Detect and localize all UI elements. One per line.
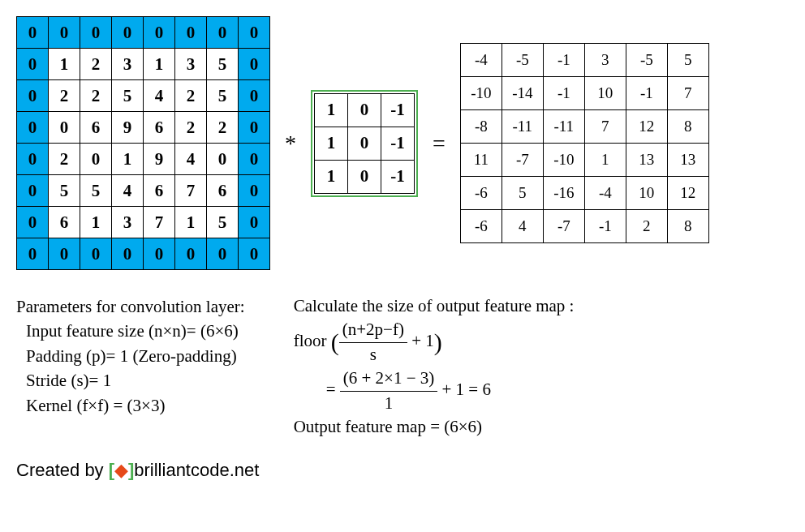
bracket-open: [	[109, 460, 114, 480]
attribution: Created by [◆]brilliantcode.net	[16, 460, 789, 481]
output-cell: -10	[460, 77, 502, 110]
input-matrix: 0000000001231350022542500069622002019400…	[16, 16, 270, 270]
input-cell: 0	[17, 144, 49, 175]
input-cell: 0	[49, 238, 80, 270]
input-cell: 7	[144, 207, 175, 238]
input-cell: 0	[239, 80, 270, 112]
input-cell: 0	[17, 17, 49, 49]
input-cell: 6	[49, 207, 80, 238]
output-cell: 10	[584, 77, 626, 110]
output-cell: -1	[584, 210, 626, 243]
output-size: Output feature map = (6×6)	[294, 415, 575, 439]
input-cell: 1	[144, 49, 175, 80]
equals-operator: =	[426, 131, 452, 157]
input-cell: 2	[80, 49, 112, 80]
input-cell: 0	[80, 17, 112, 49]
input-cell: 2	[80, 80, 112, 112]
input-cell: 0	[239, 112, 270, 144]
input-cell: 6	[144, 175, 175, 207]
value-den: 1	[340, 392, 438, 415]
input-cell: 3	[112, 207, 144, 238]
input-cell: 4	[175, 144, 207, 175]
kernel-matrix: 10-110-110-1	[314, 93, 415, 194]
input-cell: 0	[207, 17, 239, 49]
output-cell: -8	[460, 110, 502, 144]
input-cell: 0	[239, 238, 270, 270]
kernel-cell: 1	[315, 160, 348, 193]
input-cell: 5	[49, 175, 80, 207]
close-paren: )	[434, 328, 442, 355]
kernel-cell: 0	[348, 160, 381, 193]
output-cell: -14	[502, 77, 543, 110]
output-cell: -4	[460, 44, 502, 77]
output-cell: 12	[626, 110, 667, 144]
logo-group: [◆]brilliantcode.net	[109, 460, 260, 481]
input-cell: 0	[17, 207, 49, 238]
input-cell: 3	[112, 49, 144, 80]
input-cell: 2	[207, 112, 239, 144]
input-cell: 1	[112, 144, 144, 175]
open-paren: (	[331, 328, 339, 355]
output-cell: 8	[667, 210, 708, 243]
value-num: (6 + 2×1 − 3)	[340, 367, 438, 391]
input-cell: 9	[144, 144, 175, 175]
site-name: brilliantcode.net	[134, 460, 259, 480]
output-matrix: -4-5-13-55-10-14-110-17-8-11-11712811-7-…	[460, 43, 709, 243]
output-cell: -7	[543, 210, 584, 243]
input-cell: 0	[144, 238, 175, 270]
input-cell: 2	[175, 80, 207, 112]
param-input: Input feature size (n×n)= (6×6)	[16, 319, 245, 343]
output-cell: -6	[460, 177, 502, 210]
output-cell: 8	[667, 110, 708, 144]
kernel-cell: 1	[315, 127, 348, 160]
convolution-diagram: 0000000001231350022542500069622002019400…	[16, 16, 789, 270]
input-cell: 4	[144, 80, 175, 112]
input-cell: 3	[175, 49, 207, 80]
input-cell: 5	[112, 80, 144, 112]
input-cell: 1	[175, 207, 207, 238]
output-cell: -6	[460, 210, 502, 243]
output-cell: -10	[543, 144, 584, 177]
output-cell: 13	[667, 144, 708, 177]
output-cell: -1	[626, 77, 667, 110]
input-cell: 0	[239, 49, 270, 80]
input-cell: 9	[112, 112, 144, 144]
conv-operator: *	[278, 131, 303, 157]
output-cell: -7	[502, 144, 543, 177]
output-cell: 13	[626, 144, 667, 177]
input-cell: 0	[207, 144, 239, 175]
input-cell: 0	[112, 238, 144, 270]
output-cell: -1	[543, 77, 584, 110]
calc-title: Calculate the size of output feature map…	[294, 294, 575, 318]
input-cell: 0	[239, 207, 270, 238]
input-cell: 0	[17, 238, 49, 270]
kernel-cell: 0	[348, 127, 381, 160]
input-cell: 0	[112, 17, 144, 49]
input-cell: 7	[175, 175, 207, 207]
plus-one: + 1	[411, 331, 434, 350]
input-cell: 4	[112, 175, 144, 207]
input-cell: 2	[49, 144, 80, 175]
explanation-row: Parameters for convolution layer: Input …	[16, 294, 789, 439]
input-cell: 0	[144, 17, 175, 49]
input-cell: 5	[207, 80, 239, 112]
input-cell: 0	[17, 112, 49, 144]
output-cell: 7	[584, 110, 626, 144]
input-cell: 5	[207, 207, 239, 238]
output-cell: -16	[543, 177, 584, 210]
input-cell: 0	[49, 17, 80, 49]
kernel-cell: -1	[381, 93, 415, 127]
kernel-border: 10-110-110-1	[311, 90, 418, 197]
output-cell: -5	[502, 44, 543, 77]
output-cell: 11	[460, 144, 502, 177]
output-cell: 2	[626, 210, 667, 243]
input-cell: 0	[239, 17, 270, 49]
input-cell: 5	[80, 175, 112, 207]
output-cell: 7	[667, 77, 708, 110]
input-cell: 0	[175, 238, 207, 270]
input-cell: 0	[17, 49, 49, 80]
output-cell: 12	[667, 177, 708, 210]
input-cell: 0	[17, 175, 49, 207]
input-cell: 6	[144, 112, 175, 144]
param-padding: Padding (p)= 1 (Zero-padding)	[16, 344, 245, 368]
